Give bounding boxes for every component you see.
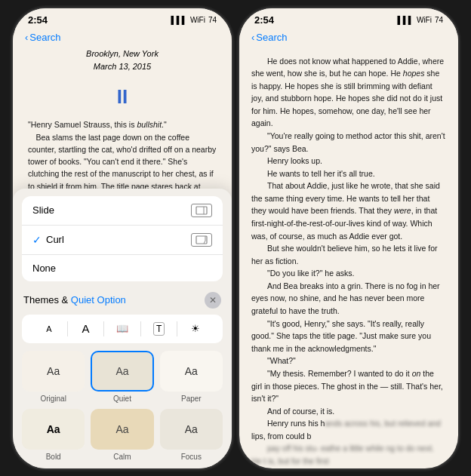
theme-label-focus: Focus xyxy=(181,453,202,461)
theme-label-calm: Calm xyxy=(113,453,131,461)
book-header: Brooklyn, New York March 13, 2015 xyxy=(28,48,217,74)
font-settings-button[interactable]: T xyxy=(141,319,177,339)
theme-card-original[interactable]: Aa xyxy=(22,351,85,392)
theme-label-paper: Paper xyxy=(181,395,202,403)
close-button[interactable]: ✕ xyxy=(205,292,221,309)
curl-page-icon xyxy=(191,233,212,247)
theme-original[interactable]: Aa Original xyxy=(22,351,85,403)
battery-right: 74 xyxy=(435,16,443,24)
status-icons-left: ▌▌▌ WiFi 74 xyxy=(171,16,217,24)
status-bar-left: 2:54 ▌▌▌ WiFi 74 xyxy=(13,8,232,29)
slide-options-list: Slide ✓ Curl None xyxy=(22,196,223,281)
themes-title: Themes & Quiet Option xyxy=(23,294,126,306)
checkmark-icon: ✓ xyxy=(32,234,42,246)
nav-bar-left: ‹ Search xyxy=(13,29,232,48)
theme-paper[interactable]: Aa Paper xyxy=(160,351,223,403)
wifi-right: WiFi xyxy=(417,16,432,24)
brightness-button[interactable]: ☀ xyxy=(177,320,214,337)
chevron-left-icon-right: ‹ xyxy=(251,32,254,43)
themes-header: Themes & Quiet Option ✕ xyxy=(13,286,232,312)
right-phone: 2:54 ▌▌▌ WiFi 74 ‹ Search He does not kn… xyxy=(239,8,458,468)
theme-card-paper[interactable]: Aa xyxy=(160,351,223,392)
theme-label-original: Original xyxy=(40,395,66,403)
status-bar-right: 2:54 ▌▌▌ WiFi 74 xyxy=(239,8,458,29)
slide-option-none[interactable]: None xyxy=(22,255,223,281)
slide-option-curl[interactable]: ✓ Curl xyxy=(22,226,223,255)
themes-grid: Aa Original Aa Quiet Aa Paper xyxy=(13,346,232,468)
theme-label-quiet: Quiet xyxy=(113,395,131,403)
signal-left: ▌▌▌ xyxy=(171,16,187,24)
time-right: 2:54 xyxy=(254,14,274,26)
status-icons-right: ▌▌▌ WiFi 74 xyxy=(398,16,443,24)
nav-bar-right: ‹ Search xyxy=(239,29,458,48)
signal-right: ▌▌▌ xyxy=(398,16,414,24)
font-decrease-button[interactable]: A xyxy=(31,321,67,336)
theme-card-calm[interactable]: Aa xyxy=(91,409,153,450)
slide-option-slide[interactable]: Slide xyxy=(22,196,223,226)
font-increase-button[interactable]: A xyxy=(68,319,104,338)
time-left: 2:54 xyxy=(28,14,48,26)
theme-label-bold: Bold xyxy=(46,453,61,461)
phones-container: 2:54 ▌▌▌ WiFi 74 ‹ Search Brooklyn, New … xyxy=(13,8,458,468)
svg-rect-0 xyxy=(196,207,207,214)
back-button-left[interactable]: ‹ Search xyxy=(25,32,61,43)
theme-card-quiet[interactable]: Aa xyxy=(91,351,153,392)
overlay-panel: Slide ✓ Curl None xyxy=(13,189,232,468)
book-content-right: He does not know what happened to Addie,… xyxy=(239,48,458,468)
back-button-right[interactable]: ‹ Search xyxy=(251,32,288,43)
theme-card-bold[interactable]: Aa xyxy=(22,409,85,450)
font-type-button[interactable]: 📖 xyxy=(104,320,140,337)
wifi-left: WiFi xyxy=(190,16,205,24)
theme-quiet[interactable]: Aa Quiet xyxy=(91,351,153,403)
theme-calm[interactable]: Aa Calm xyxy=(91,409,153,461)
left-phone: 2:54 ▌▌▌ WiFi 74 ‹ Search Brooklyn, New … xyxy=(13,8,232,468)
theme-bold[interactable]: Aa Bold xyxy=(22,409,85,461)
font-controls: A A 📖 T ☀ xyxy=(22,315,223,343)
theme-card-focus[interactable]: Aa xyxy=(160,409,223,450)
theme-focus[interactable]: Aa Focus xyxy=(160,409,223,461)
chevron-left-icon: ‹ xyxy=(25,32,28,43)
chapter-number: II xyxy=(28,81,217,113)
slide-page-icon xyxy=(191,204,212,217)
battery-left: 74 xyxy=(208,16,217,24)
